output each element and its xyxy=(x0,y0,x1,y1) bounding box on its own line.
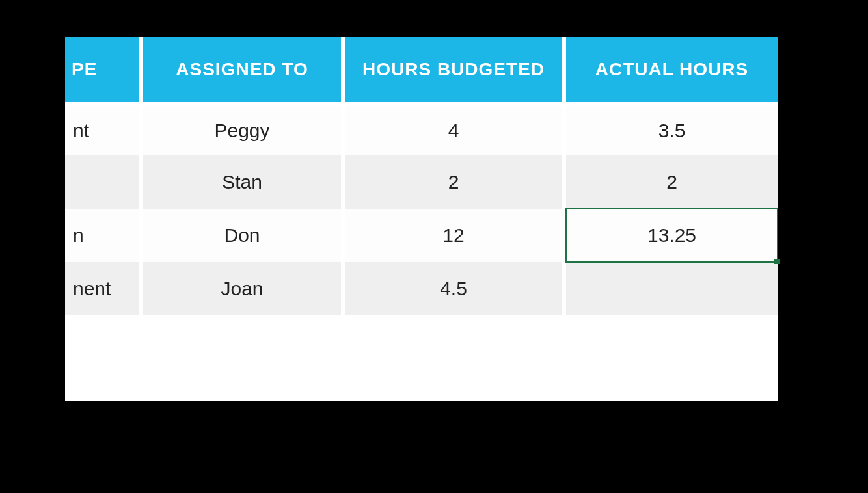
header-budget-label: HOURS BUDGETED xyxy=(362,59,545,79)
header-actual-label: ACTUAL HOURS xyxy=(595,59,748,79)
cell-budget[interactable]: 12 xyxy=(345,209,566,262)
cell-value: nt xyxy=(73,120,89,141)
cell-actual[interactable] xyxy=(566,262,778,315)
cell-value: 4.5 xyxy=(440,278,467,299)
cell-value: 13.25 xyxy=(647,224,696,246)
spreadsheet-card: PE ASSIGNED TO HOURS BUDGETED ACTUAL HOU… xyxy=(65,37,778,401)
cell-budget[interactable]: 4.5 xyxy=(345,262,566,315)
cell-value: 2 xyxy=(448,171,459,193)
cell-value: 3.5 xyxy=(658,120,686,141)
cell-actual[interactable]: 13.25 xyxy=(566,209,778,262)
cell-value: 2 xyxy=(666,171,677,193)
cell-type[interactable]: nent xyxy=(65,262,143,315)
table-row: Stan 2 2 xyxy=(65,155,778,209)
cell-value: Joan xyxy=(221,278,263,299)
cell-value: 4 xyxy=(448,120,459,141)
cell-assigned[interactable]: Stan xyxy=(143,155,345,209)
cell-assigned[interactable]: Don xyxy=(143,209,345,262)
table-body: nt Peggy 4 3.5 Stan 2 2 n Don 12 13.25 n… xyxy=(65,102,778,369)
cell-type[interactable]: nt xyxy=(65,102,143,155)
table-row: nt Peggy 4 3.5 xyxy=(65,102,778,155)
cell-assigned[interactable]: Joan xyxy=(143,262,345,315)
cell-value: n xyxy=(73,224,84,246)
cell-actual[interactable]: 3.5 xyxy=(566,102,778,155)
header-budget[interactable]: HOURS BUDGETED xyxy=(345,37,566,102)
cell-value: 12 xyxy=(442,224,464,246)
header-type[interactable]: PE xyxy=(65,37,143,102)
cell-value: Don xyxy=(224,224,260,246)
cell-assigned[interactable]: Peggy xyxy=(143,102,345,155)
cell-budget[interactable]: 4 xyxy=(345,102,566,155)
cell-budget[interactable]: 2 xyxy=(345,155,566,209)
cell-type[interactable] xyxy=(65,155,143,209)
table-row-blank xyxy=(65,315,778,369)
cell-blank[interactable] xyxy=(65,315,143,369)
header-assigned[interactable]: ASSIGNED TO xyxy=(143,37,345,102)
cell-type[interactable]: n xyxy=(65,209,143,262)
header-type-label: PE xyxy=(72,59,97,79)
cell-blank[interactable] xyxy=(143,315,345,369)
cell-actual[interactable]: 2 xyxy=(566,155,778,209)
cell-blank[interactable] xyxy=(345,315,566,369)
cell-blank[interactable] xyxy=(566,315,778,369)
table-row: nent Joan 4.5 xyxy=(65,262,778,315)
data-table: PE ASSIGNED TO HOURS BUDGETED ACTUAL HOU… xyxy=(65,37,778,369)
table-row: n Don 12 13.25 xyxy=(65,209,778,262)
header-assigned-label: ASSIGNED TO xyxy=(176,59,308,79)
cell-value: Peggy xyxy=(214,120,269,141)
table-header-row: PE ASSIGNED TO HOURS BUDGETED ACTUAL HOU… xyxy=(65,37,778,102)
cell-value: nent xyxy=(73,278,111,299)
header-actual[interactable]: ACTUAL HOURS xyxy=(566,37,778,102)
cell-value: Stan xyxy=(222,171,262,193)
